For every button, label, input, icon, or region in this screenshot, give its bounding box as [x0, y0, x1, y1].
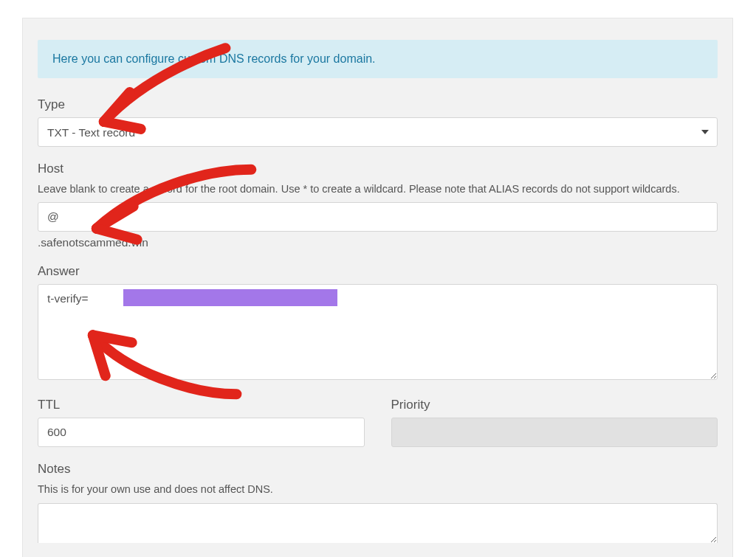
type-select[interactable]: TXT - Text record — [38, 117, 718, 147]
answer-field: Answer t-verify= — [38, 264, 718, 383]
info-banner: Here you can configure custom DNS record… — [38, 40, 718, 78]
host-input[interactable] — [38, 202, 718, 232]
answer-label: Answer — [38, 264, 718, 279]
host-field: Host Leave blank to create a record for … — [38, 162, 718, 249]
ttl-input[interactable] — [38, 418, 365, 447]
priority-input-disabled — [391, 418, 718, 447]
notes-helper: This is for your own use and does not af… — [38, 482, 718, 497]
ttl-label: TTL — [38, 398, 365, 412]
dns-record-panel: Here you can configure custom DNS record… — [22, 18, 733, 557]
ttl-field: TTL — [38, 398, 365, 447]
info-banner-text: Here you can configure custom DNS record… — [52, 52, 376, 65]
answer-textarea[interactable]: t-verify= — [38, 284, 718, 380]
type-label: Type — [38, 97, 718, 112]
ttl-priority-row: TTL Priority — [38, 398, 718, 447]
host-label: Host — [38, 162, 718, 176]
notes-label: Notes — [38, 462, 718, 477]
priority-field: Priority — [391, 398, 718, 447]
host-domain-suffix: .safenotscammed.win — [38, 236, 718, 249]
notes-field: Notes This is for your own use and does … — [38, 462, 718, 545]
notes-textarea[interactable] — [38, 503, 718, 543]
type-field: Type TXT - Text record — [38, 97, 718, 147]
host-helper: Leave blank to create a record for the r… — [38, 181, 718, 196]
priority-label: Priority — [391, 398, 718, 412]
